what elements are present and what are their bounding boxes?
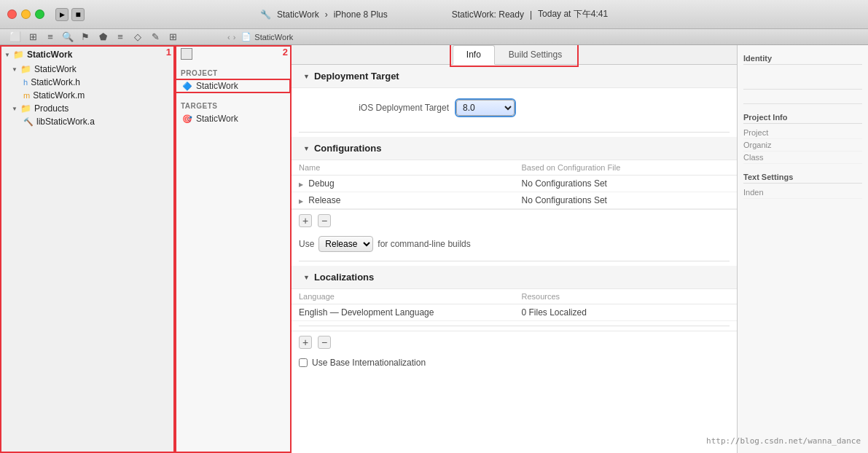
- ios-deployment-select[interactable]: 8.0 7.0 7.1 8.1 9.0 10.0 11.0: [456, 100, 515, 116]
- triangle2-icon: ▼: [12, 66, 17, 73]
- titlebar-center: 🔧 StaticWork › iPhone 8 Plus StaticWork:…: [260, 8, 608, 20]
- use-row: Use Release Debug for command-line build…: [292, 232, 737, 256]
- use-label: Use: [299, 239, 314, 249]
- triangle3-icon: ▼: [12, 106, 17, 112]
- breadcrumb-icon: 📄: [241, 32, 251, 42]
- triangle-icon: ▼: [4, 52, 10, 58]
- divider-2: [299, 261, 730, 261]
- divider-3: [299, 326, 730, 326]
- config-header: ▼ Configurations: [292, 137, 737, 160]
- navigator-project-item[interactable]: 🔷 StaticWork: [175, 79, 291, 93]
- deployment-title: Deployment Target: [314, 71, 399, 82]
- products-folder-icon: 📁: [20, 103, 31, 114]
- sidebar-item-staticwork-folder[interactable]: ▼ 📁 StaticWork: [7, 63, 174, 76]
- diff-icon[interactable]: ◇: [130, 29, 146, 45]
- expand-arrow-icon[interactable]: ▶: [299, 181, 303, 188]
- close-button[interactable]: [7, 9, 17, 19]
- time-label: Today at 下午4:41: [538, 8, 608, 20]
- base-internationalization-checkbox[interactable]: [299, 358, 308, 367]
- list2-icon[interactable]: ≡: [112, 29, 128, 45]
- search-icon[interactable]: 🔍: [60, 29, 76, 45]
- traffic-lights: [7, 9, 44, 19]
- loc-language: English — Development Language: [292, 304, 515, 321]
- status-sep: |: [530, 9, 532, 20]
- use-select[interactable]: Release Debug: [318, 236, 373, 252]
- targets-section-label: TARGETS: [175, 98, 291, 111]
- table-row: ▶ Debug No Configurations Set: [292, 176, 737, 192]
- navigator-panel: 2 PROJECT 🔷 StaticWork TARGETS 🎯 StaticW…: [175, 45, 292, 453]
- editor-square-icon[interactable]: [181, 48, 192, 60]
- configurations-section: ▼ Configurations Name Based on Configura…: [292, 137, 737, 256]
- navigator-target-item[interactable]: 🎯 StaticWork: [175, 111, 291, 126]
- sidebar-root-label: StaticWork: [27, 50, 72, 60]
- stop-button[interactable]: ■: [71, 8, 85, 21]
- sidebar-item-staticwork-m[interactable]: m StaticWork.m: [19, 89, 174, 102]
- class-row: Class: [743, 151, 862, 164]
- nav-fwd-button[interactable]: ›: [233, 33, 236, 42]
- titlebar: ▶ ■ 🔧 StaticWork › iPhone 8 Plus StaticW…: [0, 0, 868, 29]
- fullscreen-button[interactable]: [35, 9, 44, 19]
- class-label: Class: [743, 153, 764, 162]
- tab-build-settings[interactable]: Build Settings: [495, 45, 576, 64]
- col-based-on-header: Based on Configuration File: [515, 160, 738, 176]
- sidebar-label-m: StaticWork.m: [33, 90, 85, 101]
- col-resources-header: Resources: [515, 289, 738, 304]
- identity-placeholder: [743, 68, 862, 90]
- project-icon: 🔷: [182, 82, 192, 91]
- grid2-icon[interactable]: ⊞: [165, 29, 181, 45]
- col-name-header: Name: [292, 160, 515, 176]
- detail-panel: 3 Info Build Settings ▼ Deployment Targe…: [292, 45, 737, 453]
- sidebar-label-h: StaticWork.h: [31, 77, 80, 87]
- config-add-remove-bar: + −: [292, 209, 737, 232]
- tab-info[interactable]: Info: [453, 45, 495, 65]
- config-table: Name Based on Configuration File ▶ Debug…: [292, 160, 737, 209]
- sidebar-products-group: 🔨 libStaticWork.a: [7, 115, 174, 128]
- deployment-section: ▼ Deployment Target iOS Deployment Targe…: [292, 65, 737, 127]
- debug-based-on: No Configurations Set: [515, 176, 738, 192]
- config-add-button[interactable]: +: [299, 214, 312, 227]
- device-label: iPhone 8 Plus: [334, 9, 388, 20]
- sidebar-item-staticwork-h[interactable]: h StaticWork.h: [19, 76, 174, 89]
- sidebar-group-staticwork: ▼ 📁 StaticWork h StaticWork.h m StaticWo…: [0, 63, 174, 128]
- warning-icon[interactable]: ⚑: [77, 29, 93, 45]
- col-language-header: Language: [292, 289, 515, 304]
- loc-resources: 0 Files Localized: [515, 304, 738, 321]
- folder2-icon: 📁: [20, 64, 31, 74]
- table-row: English — Development Language 0 Files L…: [292, 304, 737, 321]
- sidebar-item-lib[interactable]: 🔨 libStaticWork.a: [19, 115, 174, 128]
- list-icon[interactable]: ≡: [42, 29, 58, 45]
- deployment-header: ▼ Deployment Target: [292, 65, 737, 88]
- base-internationalization-label: Use Base Internationalization: [312, 358, 426, 368]
- deployment-triangle-icon: ▼: [303, 73, 310, 80]
- toolbar: ⬜ ⊞ ≡ 🔍 ⚑ ⬟ ≡ ◇ ✎ ⊞ ‹ › 📄 StaticWork: [0, 29, 868, 45]
- diamond-icon[interactable]: ⬟: [95, 29, 111, 45]
- ios-deployment-label: iOS Deployment Target: [303, 103, 449, 113]
- table-row: ▶ Release No Configurations Set: [292, 192, 737, 209]
- expand-arrow2-icon[interactable]: ▶: [299, 198, 303, 205]
- nav-back-button[interactable]: ‹: [227, 33, 230, 42]
- h-file-icon: h: [23, 78, 28, 87]
- run-button[interactable]: ▶: [55, 8, 69, 21]
- sidebar-subgroup: h StaticWork.h m StaticWork.m: [7, 76, 174, 102]
- sidebar-item-products[interactable]: ▼ 📁 Products: [7, 102, 174, 115]
- sidebar-label-staticwork: StaticWork: [34, 64, 77, 74]
- app-icon: 🔧: [260, 9, 271, 20]
- toolbar-icons: ⬜ ⊞ ≡ 🔍 ⚑ ⬟ ≡ ◇ ✎ ⊞: [7, 29, 181, 45]
- loc-remove-button[interactable]: −: [318, 336, 331, 349]
- loc-table: Language Resources English — Development…: [292, 289, 737, 321]
- minimize-button[interactable]: [21, 9, 31, 19]
- right-panel: Identity Project Info Project Organiz Cl…: [737, 45, 868, 453]
- loc-add-button[interactable]: +: [299, 336, 312, 349]
- sidebar-root-item[interactable]: ▼ 📁 StaticWork: [0, 45, 174, 63]
- hide-sidebar-icon[interactable]: ⬜: [7, 29, 23, 45]
- status-label: StaticWork: Ready: [452, 9, 524, 20]
- config-remove-button[interactable]: −: [318, 214, 331, 227]
- base-internationalization-row: Use Base Internationalization: [292, 353, 737, 372]
- editor-icon-area: [175, 45, 291, 65]
- ios-deployment-row: iOS Deployment Target 8.0 7.0 7.1 8.1 9.…: [303, 95, 725, 120]
- navigator-target-label: StaticWork: [196, 114, 238, 124]
- grid-icon[interactable]: ⊞: [25, 29, 41, 45]
- project-info-header: Project Info: [743, 110, 862, 124]
- release-name: ▶ Release: [292, 192, 515, 209]
- comment-icon[interactable]: ✎: [147, 29, 163, 45]
